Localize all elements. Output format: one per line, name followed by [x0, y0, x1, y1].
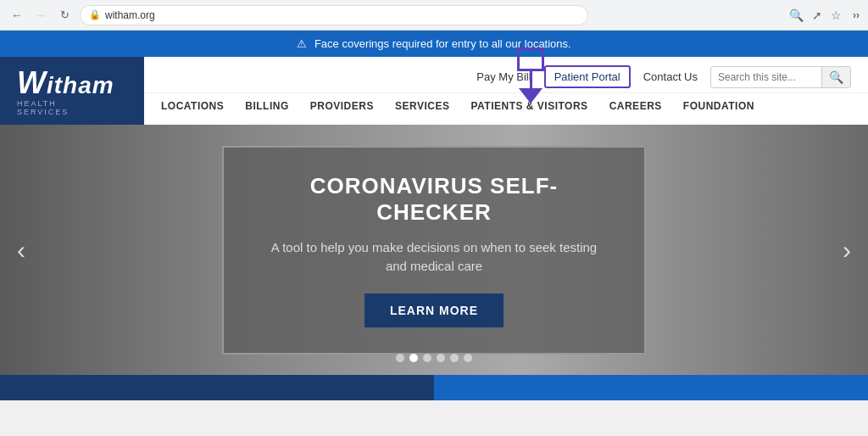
zoom-icon[interactable]: 🔍 [789, 8, 804, 22]
nav-providers[interactable]: PROVIDERS [310, 100, 374, 112]
hero-card: CORONAVIRUS SELF-CHECKER A tool to help … [222, 146, 646, 355]
hero-title: CORONAVIRUS SELF-CHECKER [266, 173, 602, 226]
dot-5[interactable] [450, 354, 459, 362]
more-button[interactable]: ›› [853, 9, 860, 21]
lock-icon: 🔒 [89, 9, 101, 20]
nav-patients-visitors[interactable]: PATIENTS & VISITORS [470, 100, 587, 112]
slider-dots [396, 354, 472, 362]
contact-us-link[interactable]: Contact Us [643, 70, 698, 83]
logo-name: Witham [17, 65, 114, 101]
browser-chrome: ← → ↻ 🔒 witham.org 🔍 ➚ ☆ ›› [0, 0, 868, 31]
nav-foundation[interactable]: FOUNDATION [683, 100, 754, 112]
dot-4[interactable] [437, 354, 445, 362]
hero-cta-button[interactable]: LEARN MORE [364, 293, 504, 327]
nav-careers[interactable]: CAREERS [609, 100, 662, 112]
nav-locations[interactable]: LOCATIONS [161, 100, 224, 112]
nav-services[interactable]: SERVICES [395, 100, 449, 112]
site-header: Witham HEALTHSERVICES Pay My Bill Patien… [0, 57, 868, 125]
forward-button[interactable]: → [32, 7, 49, 24]
logo-area[interactable]: Witham HEALTHSERVICES [0, 57, 144, 125]
slider-prev-button[interactable]: ‹ [17, 236, 25, 265]
logo: Witham HEALTHSERVICES [17, 65, 114, 116]
top-nav: Pay My Bill Patient Portal Contact Us 🔍 [144, 57, 868, 93]
warning-icon: ⚠ [297, 37, 307, 50]
browser-actions: 🔍 ➚ ☆ [789, 8, 842, 22]
search-button[interactable]: 🔍 [821, 67, 850, 87]
nav-billing[interactable]: BILLING [245, 100, 289, 112]
logo-subtitle: HEALTHSERVICES [17, 99, 114, 116]
pay-my-bill-link[interactable]: Pay My Bill [476, 70, 531, 83]
alert-text: Face coverings required for entry to all… [314, 37, 571, 50]
hero-content: CORONAVIRUS SELF-CHECKER A tool to help … [222, 146, 646, 355]
dot-6[interactable] [464, 354, 472, 362]
reload-button[interactable]: ↻ [56, 7, 73, 24]
header-right: Pay My Bill Patient Portal Contact Us 🔍 … [144, 57, 868, 125]
url-text: witham.org [105, 9, 155, 21]
dot-3[interactable] [423, 354, 431, 362]
dot-2[interactable] [409, 354, 418, 362]
main-nav: LOCATIONS BILLING PROVIDERS SERVICES PAT… [144, 93, 868, 119]
footer-bar [0, 375, 868, 400]
slider-next-button[interactable]: › [843, 236, 851, 265]
alert-bar: ⚠ Face coverings required for entry to a… [0, 31, 868, 57]
hero-subtitle: A tool to help you make decisions on whe… [266, 238, 602, 277]
search-box[interactable]: 🔍 [710, 66, 851, 88]
share-icon[interactable]: ➚ [812, 8, 822, 22]
bookmark-icon[interactable]: ☆ [831, 8, 842, 22]
dot-1[interactable] [396, 354, 404, 362]
back-button[interactable]: ← [8, 7, 25, 24]
patient-portal-button[interactable]: Patient Portal [544, 65, 631, 88]
search-input[interactable] [711, 68, 821, 87]
hero-slider: ‹ CORONAVIRUS SELF-CHECKER A tool to hel… [0, 125, 868, 375]
address-bar[interactable]: 🔒 witham.org [80, 5, 588, 25]
